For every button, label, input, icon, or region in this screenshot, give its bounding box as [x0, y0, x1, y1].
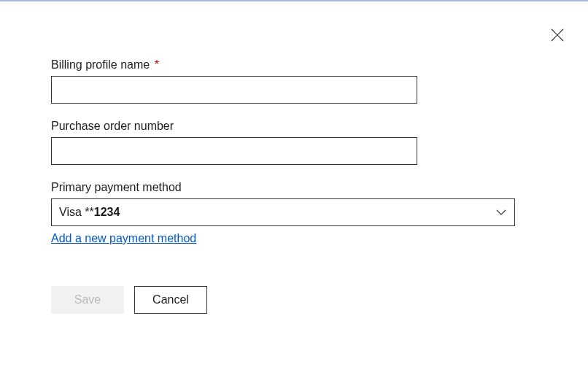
card-last-digits: 1234 [94, 206, 120, 218]
primary-payment-method-group: Primary payment method Visa **1234 Add a… [51, 181, 537, 245]
purchase-order-number-label: Purchase order number [51, 120, 537, 133]
billing-profile-form: Billing profile name * Purchase order nu… [0, 1, 588, 314]
purchase-order-number-input[interactable] [51, 137, 417, 165]
card-brand-mask: Visa ** [59, 206, 94, 218]
primary-payment-method-label: Primary payment method [51, 181, 537, 194]
billing-profile-name-label: Billing profile name * [51, 58, 537, 72]
form-actions: Save Cancel [51, 286, 537, 314]
billing-profile-name-input[interactable] [51, 76, 417, 104]
purchase-order-number-group: Purchase order number [51, 120, 537, 165]
cancel-button[interactable]: Cancel [134, 286, 207, 314]
close-button[interactable] [549, 26, 566, 44]
primary-payment-method-select[interactable]: Visa **1234 [51, 198, 515, 226]
add-payment-method-link[interactable]: Add a new payment method [51, 232, 196, 245]
close-icon [551, 28, 564, 42]
required-indicator: * [155, 58, 159, 71]
label-text: Billing profile name [51, 58, 150, 71]
save-button[interactable]: Save [51, 286, 124, 314]
payment-method-selected-value: Visa **1234 [59, 206, 120, 219]
billing-profile-name-group: Billing profile name * [51, 58, 537, 104]
